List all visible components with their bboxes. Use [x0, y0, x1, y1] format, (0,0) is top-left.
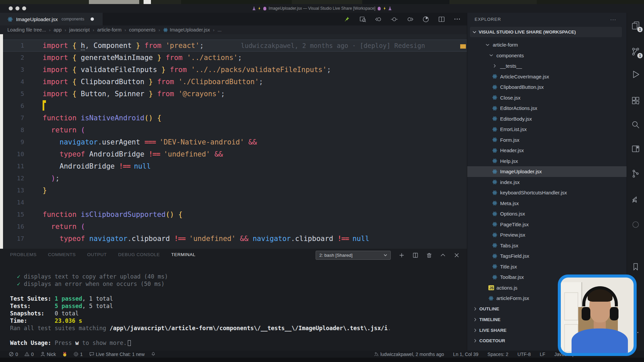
react-file-icon	[492, 73, 498, 79]
pin-icon[interactable]	[343, 15, 351, 23]
code-line-12[interactable]: 12 );	[0, 172, 467, 184]
close-icon[interactable]	[453, 252, 460, 258]
code-line-8[interactable]: 8 return (	[0, 124, 467, 136]
status-spaces-2[interactable]: Spaces: 2	[487, 352, 508, 357]
file-item-preview-jsx[interactable]: Preview.jsx	[467, 230, 627, 240]
file-item-options-jsx[interactable]: Options.jsx	[467, 208, 627, 219]
nav-circle-icon[interactable]	[390, 15, 398, 23]
file-item-form-jsx[interactable]: Form.jsx	[467, 135, 627, 145]
status-chat[interactable]: Live Share Chat: 1 new	[89, 352, 145, 357]
file-item--tests-[interactable]: __tests__	[467, 61, 627, 71]
tab-imageuploader[interactable]: ImageUploader.jsx components	[0, 13, 103, 25]
activity-live-share-icon[interactable]: 1	[630, 46, 641, 57]
status-warning[interactable]: 0	[24, 352, 34, 357]
code-line-14[interactable]: 14	[0, 196, 467, 208]
file-item-editoractions-jsx[interactable]: EditorActions.jsx	[467, 103, 627, 114]
panel-tab-comments[interactable]: COMMENTS	[48, 252, 76, 257]
code-line-5[interactable]: 5import { Button, Spinner } from '@crayo…	[0, 88, 467, 100]
nav-back-icon[interactable]	[375, 15, 382, 23]
code-line-15[interactable]: 15function isClipboardSupported() {	[0, 208, 467, 221]
file-item-clipboardbutton-jsx[interactable]: ClipboardButton.jsx	[467, 82, 627, 93]
breadcrumb-item-components[interactable]: components	[129, 27, 156, 33]
code-line-4[interactable]: 4import { ClipboardButton } from './Clip…	[0, 76, 467, 88]
status-medal[interactable]	[62, 352, 67, 357]
file-item-header-jsx[interactable]: Header.jsx	[467, 145, 627, 156]
activity-files-icon[interactable]: 1	[630, 20, 641, 31]
code-line-1[interactable]: 1import { h, Component } from 'preact';l…	[0, 40, 467, 52]
file-item-errorlist-jsx[interactable]: ErrorList.jsx	[467, 124, 627, 135]
file-item-tagsfield-jsx[interactable]: TagsField.jsx	[467, 251, 627, 261]
file-item-meta-jsx[interactable]: Meta.jsx	[467, 198, 627, 209]
status-bell[interactable]	[151, 352, 156, 357]
split-icon[interactable]	[412, 252, 418, 258]
activity-extensions-icon[interactable]	[630, 95, 641, 106]
activity-layout-icon[interactable]	[630, 143, 641, 154]
chevron-up-icon[interactable]	[440, 252, 446, 258]
terminal-selector-dropdown[interactable]: 2: bash [Shared]	[316, 251, 391, 260]
file-item-imageuploader-jsx[interactable]: ImageUploader.jsx	[467, 166, 627, 177]
panel-tab-debug-console[interactable]: DEBUG CONSOLE	[118, 252, 160, 257]
file-item-article-form[interactable]: article-form	[467, 40, 627, 50]
code-line-13[interactable]: 13}	[0, 184, 467, 196]
activity-circle-icon[interactable]	[630, 219, 641, 230]
activity-search-icon[interactable]	[630, 119, 641, 130]
preview-icon[interactable]	[359, 15, 366, 23]
explorer-more-actions[interactable]: ...	[610, 15, 616, 21]
code-line-17[interactable]: 17 typeof navigator.clipboard !== 'undef…	[0, 233, 467, 245]
status-person[interactable]: Nick	[40, 352, 56, 357]
code-line-10[interactable]: 10 typeof AndroidBridge !== 'undefined' …	[0, 148, 467, 160]
split-editor-icon[interactable]	[438, 15, 445, 23]
breadcrumb-item-imageuploader-jsx[interactable]: ImageUploader.jsx	[163, 27, 210, 33]
activity-org-icon[interactable]	[630, 168, 641, 179]
breadcrumb-item-app[interactable]: app	[54, 27, 62, 33]
workspace-section-header[interactable]: VISUAL STUDIO LIVE SHARE (WORKSPACE)	[470, 27, 622, 37]
status-error[interactable]: 0	[9, 352, 18, 357]
chevron-right-icon	[492, 63, 498, 69]
timer-icon[interactable]	[422, 15, 429, 23]
code-line-2[interactable]: 2import { generateMainImage } from '../a…	[0, 52, 467, 64]
status-smiley[interactable]: 1	[73, 352, 83, 357]
code-line-16[interactable]: 16 return (	[0, 221, 467, 233]
code-line-6[interactable]: 6	[0, 100, 467, 112]
terminal-output[interactable]: ✓ displays text to copy after upload (40…	[0, 273, 467, 347]
status-ln-1-col-39[interactable]: Ln 1, Col 39	[453, 352, 479, 357]
code-line-11[interactable]: 11 AndroidBridge !== null	[0, 160, 467, 172]
file-item-title-jsx[interactable]: Title.jsx	[467, 261, 627, 272]
file-item-tabs-jsx[interactable]: Tabs.jsx	[467, 240, 627, 251]
plus-icon[interactable]	[398, 252, 405, 258]
tab-modified-dot[interactable]	[91, 17, 94, 21]
more-icon[interactable]	[453, 15, 461, 23]
file-item-index-jsx[interactable]: index.jsx	[467, 177, 627, 188]
activity-bookmark-icon[interactable]	[630, 261, 641, 272]
warning-icon	[24, 352, 30, 357]
trash-icon[interactable]	[426, 252, 432, 258]
background-window-fragment	[89, 0, 139, 4]
nav-forward-icon[interactable]	[406, 15, 414, 23]
status-lf[interactable]: LF	[540, 352, 545, 357]
panel-tab-terminal[interactable]: TERMINAL	[171, 252, 196, 257]
panel-tab-output[interactable]: OUTPUT	[87, 252, 107, 257]
code-editor[interactable]: 1import { h, Component } from 'preact';l…	[0, 34, 467, 249]
file-item-articlecoverimage-jsx[interactable]: ArticleCoverImage.jsx	[467, 71, 627, 82]
file-item-editorbody-jsx[interactable]: EditorBody.jsx	[467, 114, 627, 124]
breadcrumb-item-article-form[interactable]: article-form	[97, 27, 122, 33]
status-utf-8[interactable]: UTF-8	[518, 352, 531, 357]
code-line-7[interactable]: 7function isNativeAndroid() {	[0, 112, 467, 124]
code-line-9[interactable]: 9 navigator.userAgent === 'DEV-Native-an…	[0, 136, 467, 148]
breadcrumb-item-javascript[interactable]: javascript	[69, 27, 90, 33]
breadcrumb-item-loading-file-tree-[interactable]: Loading file tree...	[7, 27, 46, 33]
chevron-down-icon	[488, 52, 494, 58]
activity-share-icon[interactable]	[630, 194, 641, 205]
code-text: return (	[43, 221, 85, 233]
file-item-help-jsx[interactable]: Help.jsx	[467, 156, 627, 167]
file-item-keyboardshortcutshandler-jsx[interactable]: keyboardShortcutsHandler.jsx	[467, 187, 627, 198]
file-item-pagetitle-jsx[interactable]: PageTitle.jsx	[467, 219, 627, 230]
file-item-components[interactable]: components	[467, 50, 627, 61]
activity-run-icon[interactable]	[630, 69, 641, 80]
panel-tab-problems[interactable]: PROBLEMS	[10, 252, 37, 257]
status-blame[interactable]: ludwiczakpawel, 2 months ago	[374, 352, 444, 357]
code-line-3[interactable]: 3import { validateFileInputs } from '../…	[0, 64, 467, 76]
file-item-close-jsx[interactable]: Close.jsx	[467, 93, 627, 103]
code-text: typeof AndroidBridge !== 'undefined' &&	[43, 148, 223, 160]
breadcrumb-item--[interactable]: ...	[217, 27, 221, 33]
